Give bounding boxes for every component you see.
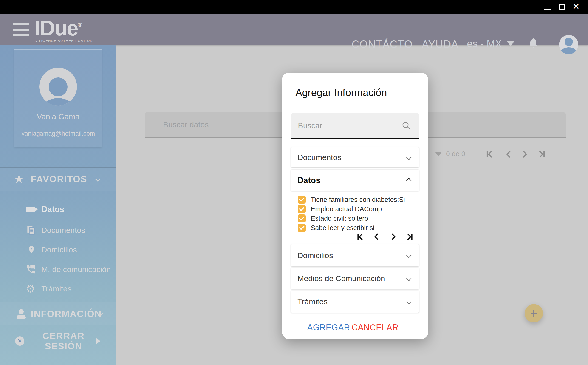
- sidebar-item-domicilios[interactable]: Domicilios: [0, 242, 116, 257]
- option-label: Tiene familiares con diabetes:Si: [311, 196, 405, 204]
- language-value: es - MX: [467, 38, 502, 49]
- person-icon: [17, 309, 31, 318]
- next-page-icon[interactable]: [388, 232, 398, 242]
- play-arrow-icon: [96, 338, 100, 344]
- sidebar-item-label: Domicilios: [41, 245, 77, 254]
- star-icon: ★: [14, 173, 31, 185]
- cancelar-button[interactable]: CANCELAR: [351, 323, 399, 332]
- checkbox-checked-icon[interactable]: [298, 224, 306, 232]
- option-row: Estado civil: soltero: [298, 214, 417, 223]
- previous-page-icon[interactable]: [372, 232, 382, 242]
- window-close-button[interactable]: ✕: [572, 2, 580, 11]
- app-header: IDue® DILIGENCE AUTHENTICATION CONTÁCTO …: [0, 14, 588, 45]
- profile-card: Vania Gama vaniagamag@hotmail.com: [14, 49, 102, 147]
- sidebar-item-label: Documentos: [41, 226, 85, 235]
- gear-icon: ⚙: [26, 283, 41, 294]
- profile-email: vaniagamag@hotmail.com: [14, 130, 102, 137]
- app-screen: ✕ IDue® DILIGENCE AUTHENTICATION CONTÁCT…: [0, 0, 588, 365]
- option-label: Sabe leer y escribir si: [311, 224, 374, 232]
- last-page-icon[interactable]: [537, 149, 547, 160]
- close-icon: ✕: [572, 2, 580, 11]
- accordion-datos[interactable]: Datos: [291, 170, 419, 191]
- option-row: Sabe leer y escribir si: [298, 224, 417, 232]
- phone-message-icon: [26, 264, 41, 275]
- chevron-down-icon: [406, 253, 412, 258]
- accordion-label: Datos: [297, 175, 321, 185]
- modal-search-field: [291, 113, 419, 139]
- logout-label: CERRAR SESIÓN: [31, 331, 96, 351]
- modal-search-input[interactable]: [291, 113, 419, 138]
- chevron-down-icon: [406, 155, 412, 160]
- notifications-bell-icon[interactable]: [527, 36, 539, 50]
- sidebar-item-tramites[interactable]: ⚙ Trámites: [0, 281, 116, 296]
- logo-tagline: DILIGENCE AUTHENTICATION: [35, 39, 93, 42]
- plus-icon: +: [530, 306, 538, 320]
- last-page-icon[interactable]: [405, 232, 415, 242]
- section-label: FAVORITOS: [31, 174, 87, 184]
- search-icon: [402, 121, 411, 132]
- option-row: Tiene familiares con diabetes:Si: [298, 195, 417, 204]
- window-minimize-button[interactable]: [544, 9, 551, 10]
- agregar-informacion-modal: Agregar Información Documentos Datos Tie…: [282, 73, 428, 339]
- logo-title: IDue: [35, 16, 78, 40]
- next-page-icon[interactable]: [519, 149, 530, 160]
- accordion-domicilios[interactable]: Domicilios: [291, 244, 419, 267]
- sidebar-item-label: Trámites: [41, 284, 71, 293]
- chevron-down-icon: [95, 176, 100, 181]
- window-titlebar: ✕: [0, 0, 588, 14]
- first-page-icon[interactable]: [484, 149, 495, 160]
- checkbox-checked-icon[interactable]: [298, 214, 306, 223]
- sidebar-item-documentos[interactable]: Documentos: [0, 223, 116, 238]
- window-maximize-button[interactable]: [559, 4, 565, 10]
- page-size-underline: [426, 161, 441, 161]
- page-size-dropdown[interactable]: [435, 152, 442, 156]
- sidebar: Vania Gama vaniagamag@hotmail.com ★ FAVO…: [0, 45, 116, 365]
- accordion-label: Trámites: [297, 297, 328, 306]
- nav-contacto[interactable]: CONTÁCTO: [352, 38, 412, 50]
- first-page-icon[interactable]: [355, 232, 365, 242]
- add-fab-button[interactable]: +: [525, 304, 543, 323]
- option-row: Empleo actual DAComp: [298, 205, 417, 213]
- sidebar-section-favoritos[interactable]: ★ FAVORITOS: [0, 167, 116, 191]
- section-label: INFORMACIÓN: [31, 309, 102, 319]
- sidebar-item-datos[interactable]: Datos: [0, 202, 116, 217]
- logout-x-icon: ✕: [15, 337, 31, 346]
- accordion-tramites[interactable]: Trámites: [291, 291, 419, 313]
- previous-page-icon[interactable]: [504, 149, 514, 160]
- chevron-down-icon: [507, 41, 514, 46]
- checkbox-checked-icon[interactable]: [298, 205, 306, 213]
- option-label: Estado civil: soltero: [311, 215, 368, 222]
- chevron-down-icon: [406, 299, 412, 304]
- accordion-label: Medios de Comunicación: [297, 274, 385, 283]
- modal-title: Agregar Información: [295, 87, 387, 98]
- checkbox-checked-icon[interactable]: [298, 196, 306, 204]
- app-logo: IDue® DILIGENCE AUTHENTICATION: [35, 17, 93, 42]
- profile-name: Vania Gama: [14, 112, 102, 121]
- sidebar-section-informacion[interactable]: INFORMACIÓN: [0, 302, 116, 325]
- sidebar-item-label: M. de comunicación: [41, 265, 111, 274]
- location-pin-icon: [26, 245, 41, 255]
- sidebar-item-comunicacion[interactable]: M. de comunicación: [0, 262, 116, 277]
- logout-button[interactable]: ✕ CERRAR SESIÓN: [0, 334, 116, 348]
- accordion-label: Domicilios: [297, 251, 333, 260]
- profile-avatar: [39, 68, 77, 105]
- accordion-label: Documentos: [297, 153, 341, 162]
- option-label: Empleo actual DAComp: [311, 205, 382, 213]
- language-selector[interactable]: es - MX: [467, 38, 514, 49]
- user-avatar[interactable]: [559, 35, 578, 54]
- accordion-medios[interactable]: Medios de Comunicación: [291, 268, 419, 289]
- registered-mark: ®: [78, 21, 82, 28]
- chevron-down-icon: [406, 276, 412, 281]
- pagination-range-label: 0 de 0: [446, 150, 471, 158]
- modal-pagination: [355, 232, 415, 242]
- tag-icon: [26, 206, 41, 212]
- chevron-up-icon: [406, 178, 412, 183]
- hamburger-menu-icon[interactable]: [13, 23, 29, 36]
- nav-ayuda[interactable]: AYUDA: [422, 38, 458, 50]
- documents-icon: [26, 225, 41, 235]
- accordion-documentos[interactable]: Documentos: [291, 147, 419, 167]
- sidebar-item-label: Datos: [41, 204, 64, 214]
- agregar-button[interactable]: AGREGAR: [307, 323, 350, 332]
